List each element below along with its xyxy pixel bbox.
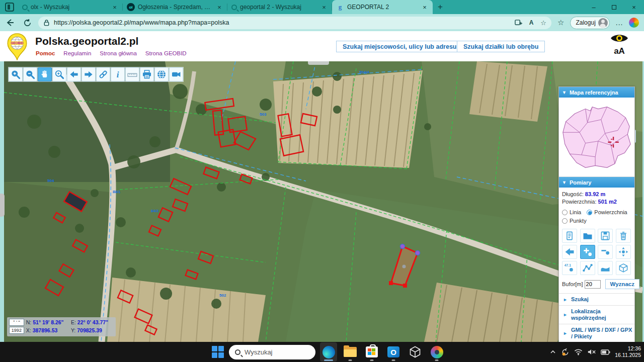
tab-title: olx - Wyszukaj (31, 4, 108, 11)
globe-button[interactable] (154, 67, 169, 81)
camera-button[interactable] (169, 67, 183, 81)
taskbar-store-icon[interactable] (363, 342, 380, 361)
link-strona-glowna[interactable]: Strona główna (100, 50, 137, 56)
add-point-button[interactable] (580, 245, 595, 259)
geobid-logo[interactable]: GEOBID (6, 33, 28, 60)
open-measurement-button[interactable] (580, 229, 595, 243)
taskbar-paint-icon[interactable] (428, 342, 445, 361)
collapse-handle-top[interactable] (308, 61, 329, 65)
taskbar-edge-icon[interactable] (320, 342, 337, 361)
polyline-button[interactable] (580, 261, 595, 275)
zoom-extent-button[interactable] (52, 67, 66, 81)
link-button[interactable] (96, 67, 110, 81)
font-size-icon[interactable]: aA (609, 46, 629, 56)
panel-header-pomiary[interactable]: ▼ Pomiary (559, 177, 634, 188)
right-sidebar: ▼ Mapa referencyjna ▼ Pomiary Długość: 8… (558, 86, 635, 343)
map-viewport[interactable]: 504 503 84/2 502 88/1 504/4 (0, 61, 644, 342)
collections-icon[interactable]: ☆ (557, 18, 564, 27)
print-button[interactable] (140, 67, 154, 81)
undo-point-button[interactable] (562, 245, 577, 259)
vertex-point[interactable] (400, 244, 405, 249)
panel-header-mapa-referencyjna[interactable]: ▼ Mapa referencyjna (559, 87, 634, 98)
link-regulamin[interactable]: Regulamin (63, 50, 91, 56)
search-parcel-button[interactable]: Szukaj działki lub obrębu (457, 41, 545, 52)
new-tab-button[interactable]: + (438, 2, 443, 12)
tab-olx-search[interactable]: olx - Wyszukaj × (18, 0, 123, 14)
move-point-button[interactable] (616, 245, 631, 259)
volume-muted-icon[interactable] (587, 348, 596, 355)
vertex-point[interactable] (389, 281, 393, 285)
tray-chevron-up-icon[interactable] (549, 348, 556, 355)
vertex-point[interactable] (403, 284, 407, 288)
wifi-icon[interactable] (574, 348, 583, 355)
dms-format-button[interactable]: ° ' " (9, 319, 24, 326)
panel-header-szukaj[interactable]: ► Szukaj (559, 293, 634, 305)
pan-tool-button[interactable] (38, 67, 52, 81)
panel-header-gml[interactable]: ► GML / WFS / DXF / GPX / Pikiety (559, 324, 634, 342)
taskbar-search-box[interactable]: Wyszukaj (229, 345, 315, 359)
login-button[interactable]: Zaloguj (570, 17, 609, 29)
buffer-apply-button[interactable]: Wyznacz (605, 279, 639, 289)
tab-geoportal2-active[interactable]: g GEOPORTAL 2 × (332, 0, 433, 14)
tab-close-icon[interactable]: × (320, 4, 328, 11)
tab-geoportal-search[interactable]: geoportal 2 - Wyszukaj × (227, 0, 332, 14)
radio-punkty[interactable]: Punkty (562, 218, 587, 224)
parcel-label: 504 (47, 178, 54, 183)
split-screen-icon[interactable] (515, 19, 522, 27)
tab-close-icon[interactable]: × (215, 4, 223, 11)
measure-button[interactable] (125, 67, 139, 81)
radio-powierzchnia[interactable]: Powierzchnia (587, 209, 627, 215)
poland-reference-map[interactable] (559, 98, 634, 177)
taskbar-3d-app-icon[interactable] (407, 342, 424, 361)
new-measurement-button[interactable] (562, 229, 577, 243)
zoom-in-button[interactable] (9, 67, 23, 81)
browser-menu-icon[interactable]: ... (616, 19, 623, 27)
area-label: Powierzchnia: (562, 199, 596, 205)
info-button[interactable]: i (111, 67, 125, 81)
buffer-input[interactable] (585, 280, 601, 289)
link-pomoc[interactable]: Pomoc (36, 50, 55, 56)
tab-ogloszenia[interactable]: ol Ogłoszenia - Sprzedam, kupię na × (123, 0, 227, 14)
battery-icon[interactable] (601, 349, 610, 355)
search-address-button[interactable]: Szukaj miejscowości, ulicy lub adresu (336, 41, 463, 52)
previous-view-button[interactable] (67, 67, 81, 81)
collapse-handle-left[interactable] (0, 194, 5, 217)
read-aloud-icon[interactable]: A (529, 19, 534, 26)
panel-header-lokalizacja[interactable]: ► Lokalizacja współrzędnej (559, 305, 634, 324)
favorite-star-icon[interactable]: ☆ (540, 19, 546, 27)
taskbar-clock[interactable]: 12:36 16.11.2025 (615, 345, 641, 358)
remove-point-button[interactable] (598, 245, 613, 259)
lock-icon (43, 19, 50, 26)
minimize-button[interactable]: – (584, 0, 604, 14)
onedrive-sync-icon[interactable] (561, 348, 570, 356)
refresh-button[interactable] (20, 16, 34, 30)
next-view-button[interactable] (82, 67, 96, 81)
profile-area-button[interactable] (598, 261, 613, 275)
e-value: 22° 0' 43.77" (77, 319, 108, 325)
tab-close-icon[interactable]: × (111, 4, 119, 11)
radio-linia[interactable]: Linia (562, 209, 581, 215)
url-field[interactable]: https://polska.geoportal2.pl/map/www/map… (38, 17, 551, 29)
delete-measurement-button[interactable] (616, 229, 631, 243)
volume-3d-button[interactable] (616, 261, 631, 275)
link-strona-geobid[interactable]: Strona GEOBID (145, 50, 187, 56)
chevron-right-icon: ► (563, 297, 568, 302)
contrast-eye-icon[interactable] (610, 32, 629, 44)
close-window-button[interactable]: × (624, 0, 644, 14)
aerial-map[interactable]: 504 503 84/2 502 88/1 504/4 (4, 61, 642, 342)
vertex-point[interactable] (416, 251, 420, 255)
profile-avatar (598, 18, 608, 28)
url-text[interactable]: https://polska.geoportal2.pl/map/www/map… (54, 19, 515, 26)
zoom-out-button[interactable] (23, 67, 37, 81)
show-coordinates-button[interactable]: 47.1 (562, 261, 577, 275)
taskbar-explorer-icon[interactable] (342, 342, 359, 361)
crs-button[interactable]: 1992 (9, 327, 24, 334)
save-measurement-button[interactable] (598, 229, 613, 243)
copilot-icon[interactable] (629, 18, 639, 28)
maximize-button[interactable] (604, 0, 624, 14)
tab-switcher-icon[interactable] (5, 3, 14, 12)
back-button[interactable] (3, 16, 17, 30)
start-button[interactable] (211, 345, 224, 358)
taskbar-outlook-icon[interactable]: O (385, 342, 402, 361)
tab-close-icon[interactable]: × (421, 4, 429, 11)
